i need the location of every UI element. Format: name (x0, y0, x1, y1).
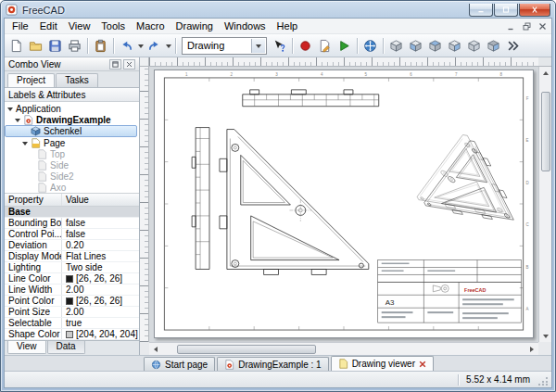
print-button[interactable] (65, 36, 84, 56)
close-button[interactable] (519, 4, 550, 17)
tab-tasks[interactable]: Tasks (56, 73, 98, 87)
menu-drawing[interactable]: Drawing (171, 19, 219, 32)
edit-macro-button[interactable] (315, 36, 335, 56)
menu-help[interactable]: Help (272, 19, 304, 32)
axonometric-view-button[interactable] (386, 36, 406, 56)
workbench-dropdown-arrow (251, 39, 265, 53)
resize-grip[interactable] (537, 374, 549, 386)
right-view-button[interactable] (445, 36, 464, 56)
expander-open-icon[interactable] (15, 119, 20, 125)
menu-macro[interactable]: Macro (131, 19, 171, 32)
property-value: Two side (66, 262, 102, 272)
scrollbar-corner (140, 342, 149, 355)
child-close-button[interactable] (535, 20, 550, 32)
vertical-scroll-thumb[interactable] (541, 92, 550, 171)
open-document-button[interactable] (26, 36, 45, 56)
tree-item-view-side2[interactable]: Side2 (5, 171, 139, 182)
redo-history-dropdown[interactable] (164, 36, 172, 56)
menu-windows[interactable]: Windows (219, 19, 272, 32)
tree-item-part[interactable]: Schenkel (5, 125, 137, 137)
property-name: Line Width (5, 285, 62, 295)
property-value: [204, 204, 204] (76, 329, 138, 339)
new-document-button[interactable] (6, 36, 26, 56)
tab-label: Drawing viewer (352, 359, 415, 369)
child-close-icon (538, 22, 547, 31)
expander-open-icon[interactable] (22, 142, 28, 148)
top-view-button[interactable] (425, 36, 445, 56)
tab-document[interactable]: DrawingExample : 1 (217, 357, 328, 371)
panel-close-button[interactable] (123, 59, 135, 70)
titlebar[interactable]: FreeCAD (4, 1, 552, 18)
expander-open-icon[interactable] (7, 107, 13, 114)
property-group-row[interactable]: Base (5, 207, 139, 218)
property-row[interactable]: Selectable true (5, 318, 139, 329)
minimize-button[interactable] (469, 4, 493, 17)
tree-item-application[interactable]: Application (5, 103, 139, 114)
property-row[interactable]: Lighting Two side (5, 262, 139, 273)
undo-button[interactable] (117, 36, 136, 56)
vertical-scrollbar[interactable] (538, 67, 551, 342)
property-row[interactable]: Shape Color [204, 204, 204] (5, 329, 139, 340)
menu-tools[interactable]: Tools (95, 19, 131, 32)
property-row[interactable]: Point Size 2.00 (5, 307, 139, 318)
child-restore-button[interactable] (519, 20, 534, 32)
property-row[interactable]: Deviation 0.20 (5, 240, 139, 251)
property-row[interactable]: Display Mode Flat Lines (5, 251, 139, 262)
front-view-button[interactable] (406, 36, 425, 56)
property-value: 2.00 (66, 307, 83, 317)
bottom-view-button[interactable] (484, 36, 503, 56)
tree-header-label: Labels & Attributes (8, 90, 85, 100)
fit-all-button[interactable] (360, 36, 380, 56)
redo-button[interactable] (145, 36, 164, 56)
tab-drawing-viewer[interactable]: Drawing viewer (331, 356, 434, 371)
horizontal-scrollbar[interactable] (149, 342, 538, 355)
horizontal-scroll-thumb[interactable] (177, 345, 316, 354)
scroll-left-button[interactable] (149, 343, 162, 355)
menu-file[interactable]: File (6, 19, 34, 32)
menu-edit[interactable]: Edit (34, 19, 63, 32)
toolbar-overflow-button[interactable] (503, 36, 523, 56)
property-row[interactable]: Line Width 2.00 (5, 285, 139, 296)
ruler-corner (140, 57, 149, 67)
combo-view-titlebar[interactable]: Combo View (5, 57, 139, 71)
tab-start-page[interactable]: Start page (144, 357, 215, 371)
tab-project[interactable]: Project (7, 73, 55, 87)
panel-float-button[interactable] (109, 59, 121, 70)
tab-view[interactable]: View (7, 341, 46, 354)
tree-item-view-side[interactable]: Side (5, 159, 139, 171)
child-minimize-button[interactable] (503, 20, 518, 32)
menu-view[interactable]: View (63, 19, 96, 32)
drawing-viewport[interactable]: 1 2 3 4 5 6 7 8 F E D C (149, 67, 538, 342)
tree-item-page[interactable]: Page (5, 137, 139, 148)
undo-history-dropdown[interactable] (136, 36, 145, 56)
property-row[interactable]: Point Color [26, 26, 26] (5, 296, 139, 307)
record-macro-button[interactable] (296, 36, 315, 56)
property-row[interactable]: Line Color [26, 26, 26] (5, 273, 139, 285)
workbench-selector[interactable]: Drawing (182, 37, 267, 55)
double-chevron-right-icon (506, 39, 520, 53)
scroll-right-button[interactable] (525, 343, 538, 355)
paste-button[interactable] (91, 36, 110, 56)
panel-buttons (109, 59, 135, 70)
property-row[interactable]: Control Poi... false (5, 229, 139, 240)
open-folder-icon (29, 39, 43, 53)
zoom-fit-icon (363, 39, 377, 53)
execute-macro-button[interactable] (335, 36, 354, 56)
save-button[interactable] (45, 36, 65, 56)
tree-item-document[interactable]: DrawingExample (5, 114, 139, 125)
drawing-sheet[interactable]: 1 2 3 4 5 6 7 8 F E D C (154, 70, 534, 338)
float-panel-icon (112, 61, 119, 68)
property-row[interactable]: Bounding Box false (5, 218, 139, 229)
rear-view-button[interactable] (464, 36, 484, 56)
maximize-button[interactable] (494, 4, 518, 17)
close-tab-icon[interactable] (419, 360, 426, 368)
scroll-up-button[interactable] (539, 67, 552, 79)
tab-data[interactable]: Data (47, 341, 85, 354)
whats-this-button[interactable] (270, 36, 289, 56)
tree-item-view-axo[interactable]: Axo (5, 182, 139, 193)
tree-item-view-top[interactable]: Top (5, 148, 139, 159)
close-icon (529, 6, 540, 14)
scroll-down-button[interactable] (539, 330, 552, 342)
front-view (220, 130, 369, 275)
horizontal-ruler (149, 57, 538, 67)
